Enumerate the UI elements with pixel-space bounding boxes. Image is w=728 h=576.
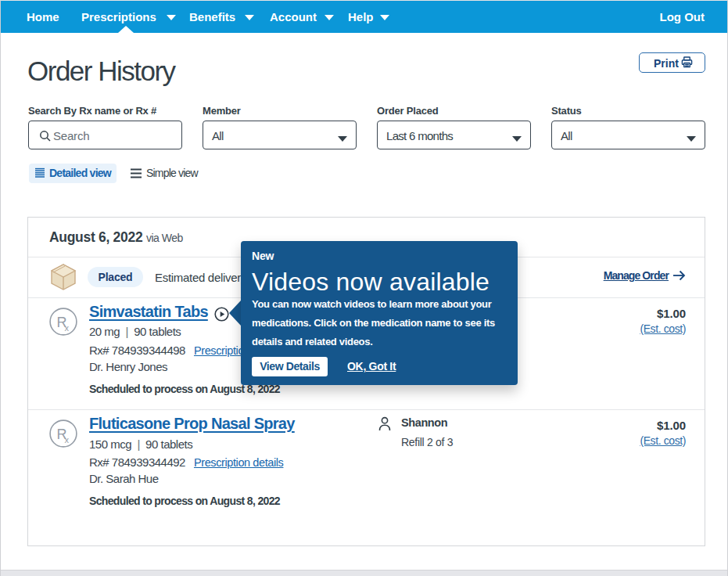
svg-text:x: x	[65, 323, 70, 333]
svg-text:x: x	[65, 435, 70, 445]
